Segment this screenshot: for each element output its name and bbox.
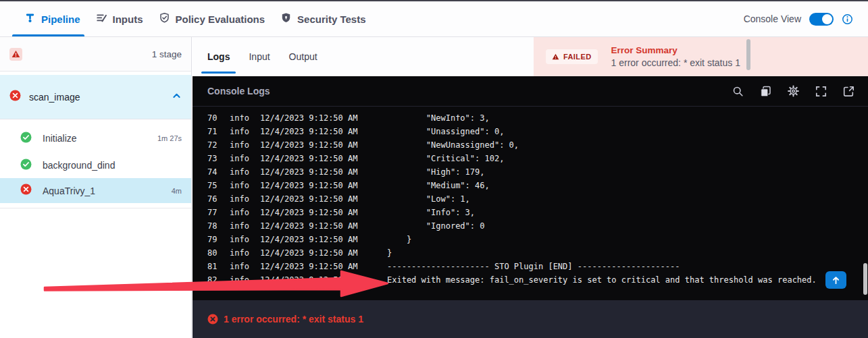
shield-check-icon xyxy=(159,12,170,26)
security-shield-icon xyxy=(280,12,292,26)
log-timestamp: 12/4/2023 9:12:50 AM xyxy=(260,154,387,163)
step-duration-label: 1m 27s xyxy=(157,134,182,142)
log-timestamp: 12/4/2023 9:12:50 AM xyxy=(260,181,387,190)
stage-summary-row: 1 stage xyxy=(0,37,191,72)
console-view-label: Console View xyxy=(744,13,801,24)
log-message: "High": 179, xyxy=(387,167,868,177)
log-level: info xyxy=(230,115,260,123)
log-line-number: 81 xyxy=(193,262,230,271)
tab-inputs-label: Inputs xyxy=(113,13,143,25)
log-level: info xyxy=(230,235,260,244)
log-level: info xyxy=(230,208,260,217)
log-timestamp: 12/4/2023 9:12:50 AM xyxy=(260,208,387,217)
banner-scrollbar-thumb[interactable] xyxy=(746,39,750,70)
console-view-toggle[interactable] xyxy=(809,13,834,26)
pipeline-icon xyxy=(24,12,36,26)
failed-status-icon xyxy=(20,184,32,198)
log-message: "Info": 3, xyxy=(387,208,868,217)
tab-logs[interactable]: Logs xyxy=(207,37,230,76)
sidebar-divider xyxy=(0,208,191,208)
main-content: Logs Input Output FAILED Error Summary 1… xyxy=(193,37,868,338)
log-line-number: 82 xyxy=(193,275,230,285)
step-duration-label: 4m xyxy=(172,187,182,195)
tab-input-label: Input xyxy=(249,51,270,62)
log-line: 80 info 12/4/2023 9:12:50 AM } xyxy=(193,246,868,260)
scroll-to-top-button[interactable] xyxy=(825,271,846,289)
sidebar-step-aquatrivy[interactable]: AquaTrivy_1 4m xyxy=(0,178,191,203)
tab-inputs[interactable]: Inputs xyxy=(96,1,143,36)
step-name-label: Initialize xyxy=(43,133,147,144)
log-message: } xyxy=(387,248,868,258)
execution-sidebar: 1 stage scan_image Initialize 1m 27s bac… xyxy=(0,37,192,338)
log-message: } xyxy=(387,235,868,244)
log-scrollbar-thumb[interactable] xyxy=(863,263,867,295)
sidebar-stage-scan-image[interactable]: scan_image xyxy=(0,75,191,119)
log-line-number: 79 xyxy=(193,235,230,244)
log-level: info xyxy=(230,194,260,204)
log-timestamp: 12/4/2023 9:12:50 AM xyxy=(260,248,387,258)
log-line-number: 78 xyxy=(193,221,230,231)
open-in-new-icon[interactable] xyxy=(843,86,854,97)
log-line: 81 info 12/4/2023 9:12:50 AM -----------… xyxy=(193,260,868,273)
console-logs-title: Console Logs xyxy=(207,86,732,96)
log-message: "Ignored": 0 xyxy=(387,221,868,231)
copy-icon[interactable] xyxy=(760,86,771,97)
log-line: 75 info 12/4/2023 9:12:50 AM "Medium": 4… xyxy=(193,179,868,192)
log-timestamp: 12/4/2023 9:12:50 AM xyxy=(260,235,387,244)
log-level: info xyxy=(230,167,260,177)
log-line-number: 77 xyxy=(193,208,230,217)
log-message: Exited with message: fail_on_severity is… xyxy=(387,275,868,285)
log-timestamp: 12/4/2023 9:12:50 AM xyxy=(260,167,387,177)
log-level: info xyxy=(230,262,260,271)
log-line-number: 73 xyxy=(193,154,230,163)
failed-badge: FAILED xyxy=(546,49,598,64)
log-line: 71 info 12/4/2023 9:12:50 AM "Unassigned… xyxy=(193,125,868,138)
top-nav-tabs: Pipeline Inputs Policy Evaluations Secur… xyxy=(0,1,366,36)
failed-warning-icon xyxy=(552,53,559,60)
log-message: "Unassigned": 0, xyxy=(387,127,868,136)
log-level: info xyxy=(230,140,260,150)
tab-input[interactable]: Input xyxy=(249,37,270,76)
log-timestamp: 12/4/2023 9:12:50 AM xyxy=(260,194,387,204)
log-view-tabs: Logs Input Output xyxy=(193,37,534,76)
error-summary-message: 1 error occurred: * exit status 1 xyxy=(611,57,740,68)
tab-output-label: Output xyxy=(289,51,317,62)
log-scroll-area[interactable]: 70 info 12/4/2023 9:12:50 AM "NewInfo": … xyxy=(193,115,868,299)
failed-status-icon xyxy=(9,90,21,104)
log-level: info xyxy=(230,154,260,163)
log-level: info xyxy=(230,181,260,190)
pipeline-execution-page: Pipeline Inputs Policy Evaluations Secur… xyxy=(0,0,868,338)
toggle-knob xyxy=(822,14,832,24)
info-icon[interactable] xyxy=(842,13,853,25)
arrow-up-icon xyxy=(831,275,841,285)
bottom-error-bar: 1 error occurred: * exit status 1 xyxy=(193,300,868,338)
log-timestamp: 12/4/2023 9:12:50 AM xyxy=(260,115,387,123)
tab-security-tests[interactable]: Security Tests xyxy=(280,1,365,36)
chevron-up-icon[interactable] xyxy=(172,91,182,103)
tab-output[interactable]: Output xyxy=(289,37,317,76)
sidebar-step-background-dind[interactable]: background_dind xyxy=(0,155,191,175)
tab-pipeline[interactable]: Pipeline xyxy=(24,1,80,36)
log-line: 82 info 12/4/2023 9:12:50 AM Exited with… xyxy=(193,273,868,287)
log-line-number: 80 xyxy=(193,248,230,258)
error-summary-title: Error Summary xyxy=(611,45,740,55)
log-line: 72 info 12/4/2023 9:12:50 AM "NewUnassig… xyxy=(193,138,868,152)
log-line-number: 76 xyxy=(193,194,230,204)
log-line-number: 71 xyxy=(193,127,230,136)
fullscreen-icon[interactable] xyxy=(815,86,827,97)
stage-error-warning-icon[interactable] xyxy=(9,48,22,61)
settings-gear-icon[interactable] xyxy=(788,86,799,97)
sidebar-step-initialize[interactable]: Initialize 1m 27s xyxy=(0,128,191,148)
log-line-number: 75 xyxy=(193,181,230,190)
log-line-number: 70 xyxy=(193,115,230,123)
log-timestamp: 12/4/2023 9:12:50 AM xyxy=(260,221,387,231)
log-line-number: 74 xyxy=(193,167,230,177)
top-navigation: Pipeline Inputs Policy Evaluations Secur… xyxy=(0,1,868,37)
error-summary-block: Error Summary 1 error occurred: * exit s… xyxy=(611,45,740,68)
search-icon[interactable] xyxy=(732,86,744,97)
top-nav-right: Console View xyxy=(744,13,868,26)
console-logs-panel: Console Logs xyxy=(193,76,868,300)
log-timestamp: 12/4/2023 9:12:50 AM xyxy=(260,127,387,136)
tab-policy-evaluations[interactable]: Policy Evaluations xyxy=(159,1,265,36)
error-summary-banner: FAILED Error Summary 1 error occurred: *… xyxy=(534,37,868,76)
